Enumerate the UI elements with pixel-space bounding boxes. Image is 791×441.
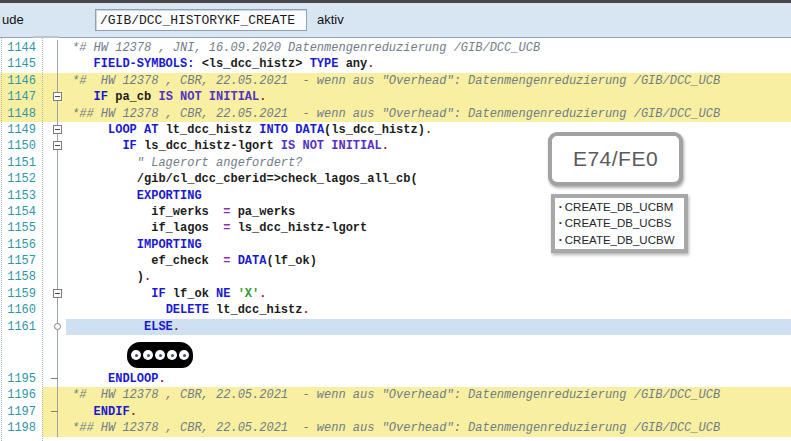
code-row: 1196*# HW 12378 , CBR, 22.05.2021 - wenn… bbox=[0, 387, 791, 403]
line-number: 1158 bbox=[0, 269, 42, 285]
list-item-label: CREATE_DB_UCBS bbox=[565, 217, 672, 229]
fold-gutter bbox=[42, 220, 66, 236]
code-line[interactable]: *# HW 12378 , CBR, 22.05.2021 - wenn aus… bbox=[66, 73, 791, 89]
line-number: 1160 bbox=[0, 302, 42, 318]
fold-gutter bbox=[42, 286, 66, 302]
fold-gutter bbox=[42, 138, 66, 154]
omitted-lines-ellipsis bbox=[127, 342, 193, 368]
code-row: 1157 ef_check = DATA(lf_ok) bbox=[0, 253, 791, 269]
fold-gutter bbox=[42, 420, 66, 436]
code-row: 1146*# HW 12378 , CBR, 22.05.2021 - wenn… bbox=[0, 73, 791, 89]
line-number: 1150 bbox=[0, 138, 42, 154]
code-row: 1197 ENDIF. bbox=[0, 404, 791, 420]
code-line[interactable]: ENDLOOP. bbox=[66, 371, 791, 387]
code-row: 1198*## HW 12378 , CBR, 22.05.2021 - wen… bbox=[0, 420, 791, 436]
line-number: 1161 bbox=[0, 319, 42, 335]
code-row: 1145 FIELD-SYMBOLS: <ls_dcc_histz> TYPE … bbox=[0, 56, 791, 72]
code-block-bottom: 1195 ENDLOOP.1196*# HW 12378 , CBR, 22.0… bbox=[0, 371, 791, 437]
fold-gutter bbox=[42, 269, 66, 285]
collapse-toggle-icon[interactable] bbox=[53, 92, 62, 101]
program-name-input[interactable]: /GIB/DCC_HISTORYKF_CREATE bbox=[95, 9, 307, 31]
fold-gutter bbox=[42, 56, 66, 72]
fold-gutter bbox=[42, 387, 66, 403]
code-line[interactable]: *# HW 12378 , CBR, 22.05.2021 - wenn aus… bbox=[66, 387, 791, 403]
code-line[interactable]: ). bbox=[66, 269, 791, 285]
sap-abap-editor-window: { "header": { "label_left": "ude", "prog… bbox=[0, 0, 791, 441]
code-row: 1195 ENDLOOP. bbox=[0, 371, 791, 387]
ellipsis-dot-icon bbox=[167, 350, 177, 360]
ellipsis-dot-icon bbox=[179, 350, 189, 360]
code-line[interactable]: ELSE. bbox=[66, 319, 791, 335]
fold-gutter bbox=[42, 171, 66, 187]
list-item: •CREATE_DB_UCBS bbox=[557, 215, 682, 231]
code-line[interactable]: *## HW 12378 , CBR, 22.05.2021 - wenn au… bbox=[66, 106, 791, 122]
line-number: 1148 bbox=[0, 106, 42, 122]
fold-gutter bbox=[42, 155, 66, 171]
code-line[interactable]: *## HW 12378 , CBR, 22.05.2021 - wenn au… bbox=[66, 420, 791, 436]
code-line[interactable]: *# HW 12378 , JNI, 16.09.2020 Datenmenge… bbox=[66, 40, 791, 56]
list-item-label: CREATE_DB_UCBW bbox=[565, 234, 675, 246]
fold-gutter bbox=[42, 404, 66, 420]
fold-gutter bbox=[42, 253, 66, 269]
code-block-top: 1144*# HW 12378 , JNI, 16.09.2020 Datenm… bbox=[0, 40, 791, 335]
code-line[interactable]: ef_check = DATA(lf_ok) bbox=[66, 253, 791, 269]
code-line[interactable]: ENDIF. bbox=[66, 404, 791, 420]
fold-gutter bbox=[42, 122, 66, 138]
fold-end-tick-icon bbox=[51, 411, 58, 412]
ellipsis-dot-icon bbox=[131, 350, 141, 360]
code-row: 1158 ). bbox=[0, 269, 791, 285]
code-line[interactable]: LOOP AT lt_dcc_histz INTO DATA(ls_dcc_hi… bbox=[66, 122, 791, 138]
fold-end-tick-icon bbox=[51, 378, 58, 379]
line-number: 1144 bbox=[0, 40, 42, 56]
fold-gutter bbox=[42, 371, 66, 387]
fold-gutter bbox=[42, 188, 66, 204]
fold-gutter bbox=[42, 319, 66, 335]
code-row: 1160 DELETE lt_dcc_histz. bbox=[0, 302, 791, 318]
status-active-label: aktiv bbox=[317, 12, 344, 27]
omitted-lines-gap bbox=[0, 335, 791, 371]
fold-gutter bbox=[42, 89, 66, 105]
code-row: 1147 IF pa_cb IS NOT INITIAL. bbox=[0, 89, 791, 105]
fold-gutter bbox=[42, 302, 66, 318]
line-number: 1196 bbox=[0, 387, 42, 403]
line-number: 1156 bbox=[0, 237, 42, 253]
fold-gutter bbox=[42, 237, 66, 253]
list-item-label: CREATE_DB_UCBM bbox=[565, 201, 673, 213]
fold-gutter bbox=[42, 204, 66, 220]
code-row: 1148*## HW 12378 , CBR, 22.05.2021 - wen… bbox=[0, 106, 791, 122]
bullet-icon: • bbox=[559, 235, 562, 244]
bullet-icon: • bbox=[559, 218, 562, 227]
ellipsis-dot-icon bbox=[143, 350, 153, 360]
fold-gutter bbox=[42, 40, 66, 56]
line-number: 1157 bbox=[0, 253, 42, 269]
code-line[interactable]: IF pa_cb IS NOT INITIAL. bbox=[66, 89, 791, 105]
code-line[interactable]: FIELD-SYMBOLS: <ls_dcc_histz> TYPE any. bbox=[66, 56, 791, 72]
line-number: 1145 bbox=[0, 56, 42, 72]
code-row: 1144*# HW 12378 , JNI, 16.09.2020 Datenm… bbox=[0, 40, 791, 56]
line-number: 1149 bbox=[0, 122, 42, 138]
system-id-text: E74/FE0 bbox=[573, 147, 658, 171]
header-bar: ude /GIB/DCC_HISTORYKF_CREATE aktiv bbox=[0, 3, 791, 38]
line-number: 1159 bbox=[0, 286, 42, 302]
line-number: 1151 bbox=[0, 155, 42, 171]
collapse-toggle-icon[interactable] bbox=[53, 289, 62, 298]
collapse-toggle-icon[interactable] bbox=[53, 125, 62, 134]
code-line[interactable]: IF lf_ok NE 'X'. bbox=[66, 286, 791, 302]
line-number: 1155 bbox=[0, 220, 42, 236]
code-line[interactable]: DELETE lt_dcc_histz. bbox=[66, 302, 791, 318]
line-number: 1152 bbox=[0, 171, 42, 187]
list-item: •CREATE_DB_UCBW bbox=[557, 232, 682, 248]
line-number: 1154 bbox=[0, 204, 42, 220]
fold-gutter bbox=[42, 73, 66, 89]
collapse-toggle-icon[interactable] bbox=[53, 141, 62, 150]
line-number: 1195 bbox=[0, 371, 42, 387]
create-db-list-overlay: •CREATE_DB_UCBM•CREATE_DB_UCBS•CREATE_DB… bbox=[551, 194, 688, 253]
system-id-overlay: E74/FE0 bbox=[548, 132, 683, 186]
fold-gutter bbox=[42, 106, 66, 122]
line-number: 1147 bbox=[0, 89, 42, 105]
bullet-icon: • bbox=[559, 202, 562, 211]
fold-circle-icon bbox=[54, 323, 61, 330]
include-label: ude bbox=[2, 12, 24, 27]
list-item: •CREATE_DB_UCBM bbox=[557, 199, 682, 215]
line-number: 1146 bbox=[0, 73, 42, 89]
